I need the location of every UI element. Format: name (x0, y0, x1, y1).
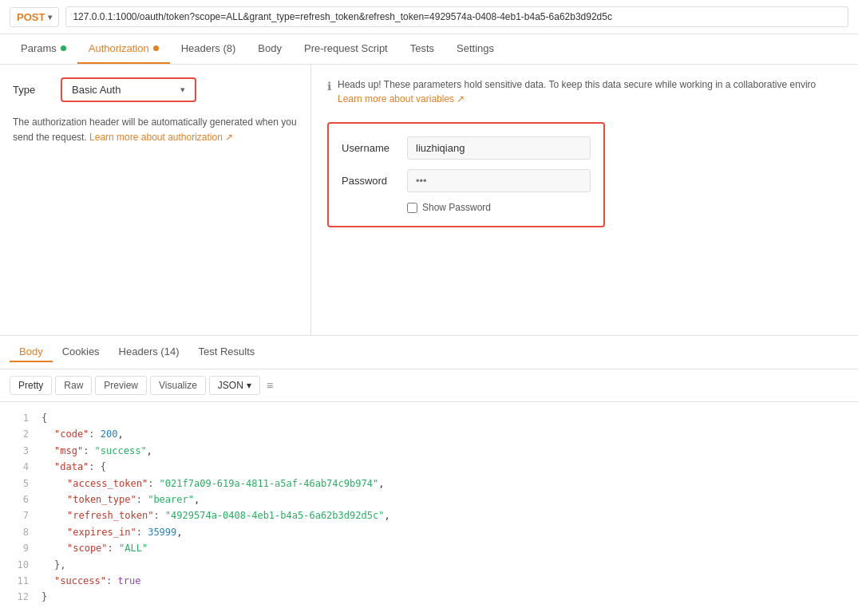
type-row: Type Basic Auth ▾ (13, 77, 298, 102)
password-input[interactable] (407, 169, 591, 192)
code-line-2: 2 "code": 200, (13, 426, 845, 442)
username-input[interactable] (407, 136, 591, 160)
tab-authorization-label: Authorization (89, 42, 149, 54)
code-line-6: 6 "token_type": "bearer", (13, 492, 845, 507)
auth-info-text: The authorization header will be automat… (13, 115, 298, 145)
method-select[interactable]: POST ▾ (10, 7, 59, 27)
resp-tab-test-results[interactable]: Test Results (188, 342, 264, 362)
method-chevron: ▾ (48, 13, 52, 22)
tab-headers[interactable]: Headers (8) (170, 34, 247, 64)
info-banner: ℹ Heads up! These parameters hold sensit… (327, 77, 842, 106)
resp-tab-cookies[interactable]: Cookies (53, 342, 109, 362)
code-line-10: 10 }, (13, 557, 845, 573)
tab-prerequest[interactable]: Pre-request Script (293, 34, 399, 64)
fmt-raw[interactable]: Raw (55, 376, 92, 395)
fmt-preview[interactable]: Preview (95, 376, 147, 395)
tab-params-label: Params (21, 42, 57, 54)
learn-variables-link[interactable]: Learn more about variables ↗ (338, 93, 465, 105)
code-line-1: 1 { (13, 410, 845, 426)
type-chevron: ▾ (180, 85, 185, 95)
tab-body-label: Body (258, 42, 282, 54)
tab-params[interactable]: Params (10, 34, 77, 64)
type-label: Type (13, 84, 45, 96)
main-content: Type Basic Auth ▾ The authorization head… (0, 65, 858, 336)
response-tab-nav: Body Cookies Headers (14) Test Results (0, 336, 858, 369)
code-line-7: 7 "refresh_token": "4929574a-0408-4eb1-b… (13, 507, 845, 523)
tab-prerequest-label: Pre-request Script (304, 42, 388, 54)
tab-body[interactable]: Body (247, 34, 293, 64)
fmt-visualize[interactable]: Visualize (150, 376, 206, 395)
code-line-12: 12 } (13, 589, 845, 605)
username-label: Username (342, 142, 397, 154)
info-icon: ℹ (327, 78, 331, 95)
url-input[interactable] (65, 6, 848, 27)
url-bar: POST ▾ (0, 0, 858, 34)
code-line-9: 9 "scope": "ALL" (13, 540, 845, 556)
tab-tests[interactable]: Tests (399, 34, 445, 64)
json-format-label: JSON (218, 380, 243, 391)
code-line-11: 11 "success": true (13, 573, 845, 589)
credentials-section: Username Password Show Password (327, 122, 605, 227)
json-format-select[interactable]: JSON ▾ (209, 376, 260, 395)
method-label: POST (17, 11, 45, 23)
info-banner-text: Heads up! These parameters hold sensitiv… (338, 77, 816, 106)
code-line-3: 3 "msg": "success", (13, 443, 845, 459)
username-row: Username (342, 136, 591, 160)
left-panel: Type Basic Auth ▾ The authorization head… (0, 65, 311, 335)
filter-icon[interactable]: ≡ (267, 379, 273, 392)
code-area: 1 { 2 "code": 200, 3 "msg": "success", 4… (0, 402, 858, 614)
json-format-chevron: ▾ (247, 380, 251, 391)
show-password-label[interactable]: Show Password (422, 202, 491, 213)
right-panel: ℹ Heads up! These parameters hold sensit… (311, 65, 858, 335)
show-password-row: Show Password (342, 202, 591, 213)
resp-tab-body[interactable]: Body (10, 342, 53, 362)
code-line-8: 8 "expires_in": 35999, (13, 524, 845, 540)
params-dot (61, 45, 66, 51)
tab-settings[interactable]: Settings (445, 34, 505, 64)
tab-headers-label: Headers (8) (181, 42, 236, 54)
tab-settings-label: Settings (457, 42, 494, 54)
type-select-value: Basic Auth (72, 84, 121, 96)
request-tab-nav: Params Authorization Headers (8) Body Pr… (0, 34, 858, 65)
learn-more-auth-link[interactable]: Learn more about authorization ↗ (89, 132, 233, 143)
body-format-bar: Pretty Raw Preview Visualize JSON ▾ ≡ (0, 369, 858, 402)
resp-tab-headers[interactable]: Headers (14) (109, 342, 189, 362)
code-line-4: 4 "data": { (13, 459, 845, 475)
code-line-5: 5 "access_token": "021f7a09-619a-4811-a5… (13, 476, 845, 492)
type-select[interactable]: Basic Auth ▾ (61, 77, 196, 102)
response-section: Body Cookies Headers (14) Test Results P… (0, 336, 858, 614)
tab-tests-label: Tests (410, 42, 434, 54)
tab-authorization[interactable]: Authorization (77, 34, 170, 64)
password-row: Password (342, 169, 591, 192)
auth-dot (153, 45, 159, 51)
fmt-pretty[interactable]: Pretty (10, 376, 52, 395)
show-password-checkbox[interactable] (407, 203, 417, 213)
password-label: Password (342, 175, 397, 187)
